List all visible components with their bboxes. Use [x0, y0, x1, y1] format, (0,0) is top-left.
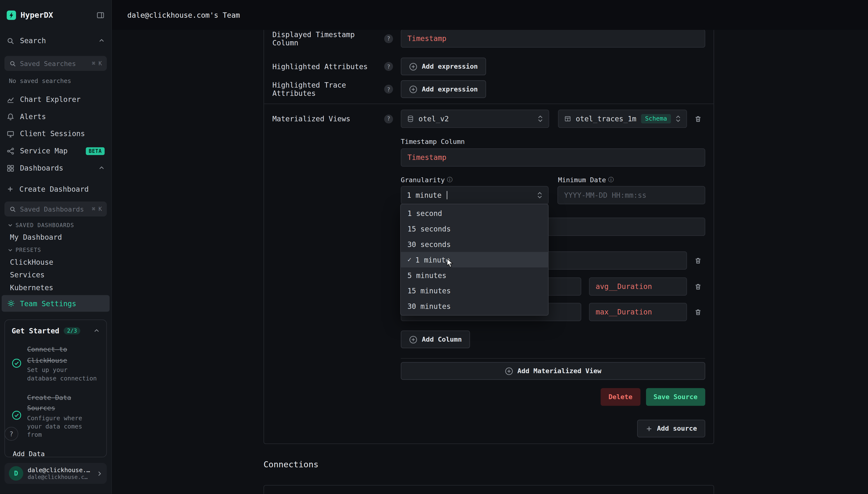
step-title: Connect to ClickHouse — [27, 345, 67, 364]
arrow-right-icon: → — [94, 457, 100, 457]
database-icon — [407, 115, 414, 122]
select-chevrons-icon — [537, 192, 542, 199]
search-icon — [9, 206, 16, 212]
help-button[interactable]: ? — [4, 427, 18, 441]
sidebar-item-alerts[interactable]: Alerts — [3, 109, 108, 124]
delete-column-trash-icon[interactable] — [691, 305, 705, 319]
plus-icon — [6, 185, 14, 193]
team-settings-label: Team Settings — [20, 299, 76, 307]
add-expression-button[interactable]: Add expression — [401, 57, 486, 75]
column-alias-input[interactable] — [589, 277, 687, 296]
sidebar-item-search[interactable]: Search — [3, 33, 108, 48]
database-select[interactable]: otel_v2 — [401, 110, 549, 128]
user-menu[interactable]: D dale@clickhouse.… dale@clickhouse.c… — [4, 463, 107, 484]
delete-column-trash-icon[interactable] — [691, 253, 705, 268]
text-caret — [447, 191, 447, 199]
grid-icon — [6, 164, 14, 172]
sidebar-item-label: Dashboards — [20, 164, 93, 172]
sidebar: HyperDX Search Saved Searches ⌘ K No sav… — [0, 0, 112, 494]
select-chevrons-icon — [538, 115, 543, 122]
add-source-label: Add source — [657, 424, 697, 432]
page-header: dale@clickhouse.com's Team — [112, 0, 868, 30]
sidebar-item-dashboards[interactable]: Dashboards — [3, 160, 108, 176]
mouse-cursor — [446, 258, 455, 268]
mv-timestamp-column-input[interactable] — [401, 149, 705, 167]
table-select[interactable]: otel_traces_1m Schema — [558, 110, 687, 128]
app-title: HyperDX — [20, 11, 92, 19]
help-tooltip-icon[interactable]: ? — [384, 62, 393, 71]
sidebar-item-kubernetes[interactable]: Kubernetes — [3, 281, 108, 294]
sidebar-item-services[interactable]: Services — [3, 269, 108, 281]
help-tooltip-icon[interactable]: ? — [384, 114, 393, 123]
sidebar-item-team-settings[interactable]: Team Settings — [2, 295, 110, 311]
dropdown-option-selected[interactable]: ✓ 1 minute — [401, 252, 548, 267]
add-column-button[interactable]: Add Column — [401, 330, 470, 348]
dropdown-option[interactable]: 15 minutes — [401, 283, 548, 299]
check-circle-icon — [12, 358, 22, 368]
sidebar-item-my-dashboard[interactable]: My Dashboard — [3, 231, 108, 244]
add-expression-button[interactable]: Add expression — [401, 80, 486, 98]
delete-button[interactable]: Delete — [601, 388, 640, 406]
saved-dashboards-input[interactable]: Saved Dashboards ⌘ K — [4, 202, 107, 217]
preset-link-label: ClickHouse — [10, 258, 53, 266]
add-column-label: Add Column — [422, 336, 462, 343]
create-dashboard-button[interactable]: Create Dashboard — [3, 182, 108, 196]
dropdown-option[interactable]: 5 minutes — [401, 267, 548, 283]
no-saved-searches-text: No saved searches — [9, 77, 107, 85]
app-window: HyperDX Search Saved Searches ⌘ K No sav… — [0, 0, 868, 494]
help-tooltip-icon[interactable]: ? — [384, 85, 393, 94]
dropdown-option[interactable]: 1 second — [401, 206, 548, 221]
question-mark-glyph: ? — [9, 430, 14, 438]
search-icon — [9, 60, 16, 67]
minimum-date-label: Minimum Date ⓘ — [558, 176, 614, 184]
step-description: Configure where your data comes from — [27, 415, 100, 439]
dropdown-option[interactable]: 15 seconds — [401, 221, 548, 236]
sidebar-item-chart-explorer[interactable]: Chart Explorer — [3, 92, 108, 107]
get-started-step-add-data[interactable]: Add Data Start sending logs, metrics, or… — [12, 448, 100, 457]
gear-icon — [7, 300, 15, 307]
minimum-date-input[interactable] — [558, 186, 705, 204]
sidebar-item-clickhouse[interactable]: ClickHouse — [3, 256, 108, 268]
info-icon: ⓘ — [608, 176, 614, 184]
schema-badge[interactable]: Schema — [641, 114, 671, 124]
sidebar-collapse-icon[interactable] — [96, 11, 104, 19]
user-name: dale@clickhouse.… — [28, 467, 92, 474]
beta-badge: BETA — [86, 147, 104, 155]
table-select-value: otel_traces_1m — [576, 115, 637, 123]
add-expression-label: Add expression — [422, 63, 478, 70]
dropdown-option[interactable]: 30 minutes — [401, 299, 548, 314]
get-started-step-sources[interactable]: Create Data Sources Configure where your… — [12, 392, 100, 439]
displayed-timestamp-input[interactable] — [401, 30, 705, 48]
form-row-highlighted-attributes: Highlighted Attributes ? Add expression — [272, 57, 705, 75]
hyperdx-logo-icon — [6, 10, 16, 20]
help-tooltip-icon[interactable]: ? — [384, 34, 393, 43]
content-area: Displayed Timestamp Column ? Highlighted… — [112, 30, 868, 494]
column-alias-input[interactable] — [589, 303, 687, 321]
chevron-up-icon — [98, 38, 104, 44]
progress-badge: 2/3 — [64, 327, 80, 335]
add-materialized-view-button[interactable]: Add Materialized View — [401, 362, 705, 380]
sidebar-item-label: Alerts — [20, 112, 104, 120]
add-source-button[interactable]: Add source — [637, 420, 705, 437]
save-source-button[interactable]: Save Source — [646, 388, 705, 406]
granularity-dropdown: 1 second 15 seconds 30 seconds ✓ 1 minut… — [400, 204, 549, 316]
dropdown-option[interactable]: 30 seconds — [401, 236, 548, 252]
avatar: D — [9, 466, 23, 480]
section-divider — [401, 358, 705, 359]
create-dashboard-label: Create Dashboard — [19, 185, 104, 193]
sidebar-item-label: Chart Explorer — [20, 95, 104, 103]
chevron-down-icon — [8, 247, 13, 252]
preset-link-label: Kubernetes — [10, 283, 53, 292]
section-presets[interactable]: PRESETS — [8, 247, 106, 253]
delete-column-trash-icon[interactable] — [691, 279, 705, 293]
sidebar-item-client-sessions[interactable]: Client Sessions — [3, 126, 108, 141]
chevron-up-icon[interactable] — [94, 328, 100, 334]
sidebar-item-service-map[interactable]: Service Map BETA — [3, 144, 108, 158]
monitor-icon — [6, 130, 14, 137]
granularity-select[interactable]: 1 minute — [401, 186, 548, 204]
section-saved-dashboards[interactable]: SAVED DASHBOARDS — [8, 222, 106, 228]
get-started-title: Get Started — [12, 327, 59, 335]
delete-view-trash-icon[interactable] — [691, 112, 705, 126]
get-started-step-connect[interactable]: Connect to ClickHouse Set up your databa… — [12, 343, 100, 383]
saved-searches-input[interactable]: Saved Searches ⌘ K — [4, 56, 107, 71]
